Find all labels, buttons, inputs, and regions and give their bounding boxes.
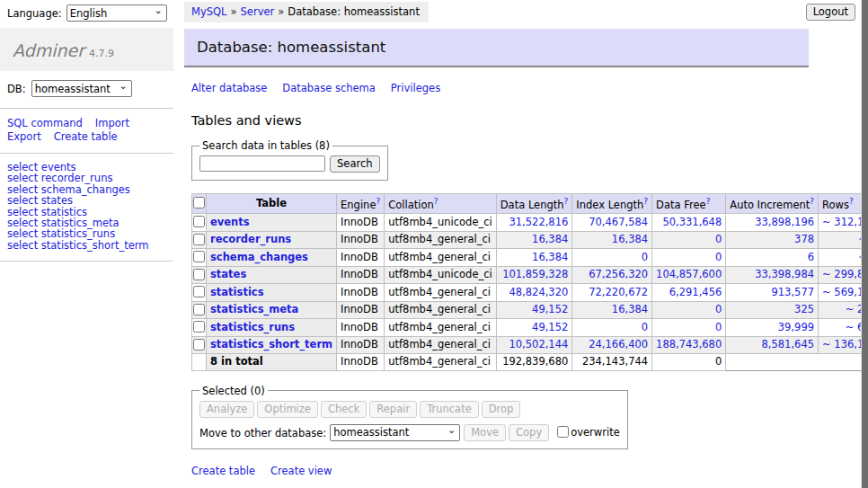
table-row: schema_changes InnoDB utf8mb4_general_ci…: [192, 249, 868, 267]
auto-increment-cell: 8,581,645: [726, 336, 819, 354]
auto-increment-cell: 33,898,196: [726, 214, 819, 232]
optimize-button: Optimize: [257, 401, 318, 418]
data-length-cell: 10,502,144: [496, 336, 572, 354]
database-nav-links: Alter databaseDatabase schemaPrivileges: [191, 82, 815, 94]
privileges-link[interactable]: Privileges: [391, 82, 440, 94]
engine-cell: InnoDB: [337, 249, 385, 267]
row-checkbox[interactable]: [193, 251, 205, 262]
auto-increment-cell: 33,398,984: [726, 266, 819, 284]
row-checkbox[interactable]: [193, 339, 205, 350]
collation-cell: utf8mb4_unicode_ci: [385, 266, 497, 284]
help-link[interactable]: ?: [564, 197, 569, 206]
table-link[interactable]: statistics_meta: [210, 303, 298, 315]
sidebar-item-select-statistics-short-term[interactable]: select statistics_short_term: [7, 240, 173, 251]
sidebar-table-links: select events select recorder_runs selec…: [0, 154, 173, 262]
table-link[interactable]: states: [210, 268, 246, 280]
total-index-length-cell: 234,143,744: [572, 354, 652, 371]
select-all-cell: [192, 194, 207, 214]
table-header-row: Table Engine? Collation? Data Length? In…: [192, 194, 868, 214]
sidebar-actions: SQL commandImportExportCreate table: [0, 109, 173, 154]
index-length-cell: 67,256,320: [572, 266, 652, 284]
row-checkbox[interactable]: [193, 304, 205, 315]
move-database-select[interactable]: homeassistant: [330, 424, 460, 441]
breadcrumb-server-link[interactable]: Server: [241, 5, 275, 18]
table-link[interactable]: recorder_runs: [210, 233, 291, 245]
search-button[interactable]: Search: [330, 155, 380, 173]
table-row: events InnoDB utf8mb4_unicode_ci 31,522,…: [192, 214, 868, 232]
row-checkbox[interactable]: [193, 269, 205, 280]
help-link[interactable]: ?: [706, 197, 711, 206]
sidebar-item-select-recorder-runs[interactable]: select recorder_runs: [7, 173, 173, 183]
search-input[interactable]: [199, 155, 325, 172]
move-label: Move to other database:: [199, 426, 326, 439]
row-checkbox[interactable]: [193, 321, 205, 333]
sidebar-link-import[interactable]: Import: [95, 118, 129, 130]
data-free-cell: 0: [652, 301, 726, 319]
sidebar-link-sql-command[interactable]: SQL command: [7, 118, 83, 130]
sidebar-item-select-states[interactable]: select states: [7, 195, 173, 206]
column-header-data-length: Data Length?: [496, 194, 572, 214]
help-link[interactable]: ?: [849, 197, 854, 206]
repair-button: Repair: [369, 401, 417, 418]
column-header-data-free: Data Free?: [652, 194, 726, 214]
tables-list-table: Table Engine? Collation? Data Length? In…: [191, 193, 868, 371]
database-schema-link[interactable]: Database schema: [282, 82, 375, 94]
row-checkbox[interactable]: [193, 216, 205, 227]
collation-cell: utf8mb4_general_ci: [385, 249, 497, 267]
row-checkbox[interactable]: [193, 286, 205, 297]
total-label-cell: 8 in total: [207, 354, 337, 371]
overwrite-checkbox[interactable]: [557, 426, 569, 438]
data-length-cell: 49,152: [496, 301, 572, 319]
search-legend: Search data in tables (8): [199, 139, 332, 152]
select-all-checkbox[interactable]: [193, 197, 205, 209]
tables-and-views-heading: Tables and views: [191, 113, 815, 128]
data-free-cell: 50,331,648: [652, 214, 726, 232]
data-length-cell: 101,859,328: [496, 266, 572, 284]
table-link[interactable]: statistics_short_term: [210, 338, 332, 350]
auto-increment-cell: 913,577: [726, 284, 819, 302]
collation-cell: utf8mb4_general_ci: [385, 319, 497, 337]
engine-cell: InnoDB: [337, 284, 385, 302]
table-link[interactable]: statistics_runs: [210, 321, 295, 333]
data-length-cell: 16,384: [496, 231, 572, 249]
vertical-scrollbar[interactable]: [861, 0, 868, 488]
alter-database-link[interactable]: Alter database: [191, 82, 267, 94]
sidebar-link-create-table[interactable]: Create table: [54, 131, 118, 144]
collation-cell: utf8mb4_general_ci: [385, 336, 497, 354]
data-length-cell: 16,384: [496, 249, 572, 267]
engine-cell: InnoDB: [337, 301, 385, 319]
help-link[interactable]: ?: [376, 197, 380, 206]
auto-increment-cell: 325: [726, 301, 819, 319]
table-link[interactable]: events: [210, 216, 250, 228]
db-select[interactable]: homeassistant: [31, 80, 132, 97]
row-checkbox[interactable]: [193, 234, 205, 245]
data-free-cell: 0: [652, 319, 726, 337]
column-header-engine: Engine?: [337, 194, 385, 214]
collation-cell: utf8mb4_general_ci: [385, 284, 497, 302]
auto-increment-cell: 39,999: [726, 319, 819, 337]
help-link[interactable]: ?: [810, 197, 814, 206]
db-label: DB:: [7, 83, 26, 95]
engine-cell: InnoDB: [337, 319, 385, 337]
sidebar-link-export[interactable]: Export: [7, 131, 41, 144]
breadcrumb-mysql-link[interactable]: MySQL: [191, 5, 227, 18]
table-link[interactable]: schema_changes: [210, 251, 308, 263]
create-view-link[interactable]: Create view: [270, 465, 332, 477]
table-total-row: 8 in total InnoDB utf8mb4_general_ci 192…: [192, 354, 868, 371]
logout-button[interactable]: Logout: [806, 4, 855, 21]
help-link[interactable]: ?: [643, 197, 648, 206]
app-name: Adminer: [13, 40, 84, 60]
analyze-button: Analyze: [199, 401, 254, 418]
sidebar-item-select-statistics-runs[interactable]: select statistics_runs: [7, 228, 173, 239]
data-free-cell: 188,743,680: [652, 336, 726, 354]
breadcrumb-separator: »: [278, 5, 284, 18]
data-length-cell: 49,152: [496, 319, 572, 337]
help-link[interactable]: ?: [434, 197, 438, 206]
engine-cell: InnoDB: [337, 231, 385, 249]
create-table-link[interactable]: Create table: [191, 465, 255, 477]
language-select[interactable]: English: [66, 4, 167, 22]
column-header-index-length: Index Length?: [572, 194, 652, 214]
data-free-cell: 0: [652, 231, 726, 249]
column-header-collation: Collation?: [385, 194, 497, 214]
table-link[interactable]: statistics: [210, 286, 264, 298]
